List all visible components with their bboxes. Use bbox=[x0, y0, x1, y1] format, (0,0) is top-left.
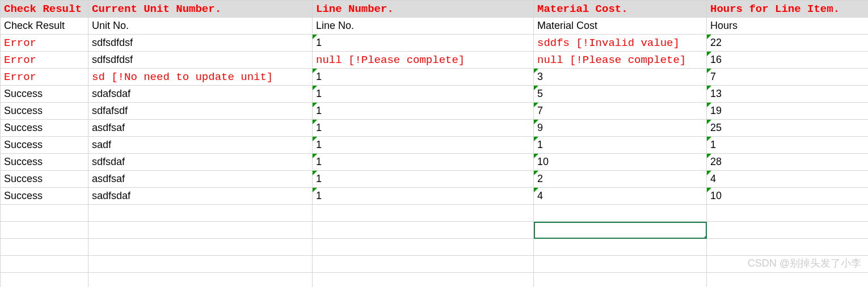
subheader-material-cost[interactable]: Material Cost bbox=[534, 18, 707, 35]
cell-empty[interactable] bbox=[1, 239, 89, 256]
cell-empty[interactable] bbox=[313, 222, 534, 239]
cell-empty[interactable] bbox=[313, 239, 534, 256]
cell-line-no[interactable]: 1 bbox=[313, 69, 534, 86]
cell-empty[interactable] bbox=[707, 205, 869, 222]
subheader-unit-no[interactable]: Unit No. bbox=[89, 18, 313, 35]
cell-hours[interactable]: 13 bbox=[707, 86, 869, 103]
cell-line-no[interactable]: 1 bbox=[313, 154, 534, 171]
cell-empty[interactable] bbox=[534, 239, 707, 256]
spreadsheet-grid[interactable]: Check ResultCurrent Unit Number.Line Num… bbox=[0, 0, 868, 287]
cell-empty[interactable] bbox=[534, 205, 707, 222]
cell-hours[interactable]: 19 bbox=[707, 103, 869, 120]
cell-material-cost[interactable]: sddfs [!Invalid value] bbox=[534, 35, 707, 52]
cell-empty[interactable] bbox=[313, 273, 534, 288]
header-line-number[interactable]: Line Number. bbox=[313, 1, 534, 18]
cell-line-no[interactable]: 1 bbox=[313, 35, 534, 52]
table-row: Successasdfsaf1925 bbox=[1, 120, 869, 137]
cell-empty[interactable] bbox=[89, 239, 313, 256]
cell-material-cost[interactable]: 7 bbox=[534, 103, 707, 120]
cell-unit-no[interactable]: asdfsaf bbox=[89, 120, 313, 137]
cell-unit-no[interactable]: sadf bbox=[89, 137, 313, 154]
cell-status[interactable]: Success bbox=[1, 86, 89, 103]
cell-hours[interactable]: 16 bbox=[707, 52, 869, 69]
cell-empty[interactable] bbox=[1, 273, 89, 288]
cell-status[interactable]: Success bbox=[1, 120, 89, 137]
cell-empty[interactable] bbox=[89, 256, 313, 273]
table-row: Successsdafsdaf1513 bbox=[1, 86, 869, 103]
table-row-empty bbox=[1, 256, 869, 273]
cell-status[interactable]: Error bbox=[1, 52, 89, 69]
cell-empty[interactable] bbox=[1, 256, 89, 273]
cell-line-no[interactable]: 1 bbox=[313, 103, 534, 120]
table-row: Successsdfsdaf11028 bbox=[1, 154, 869, 171]
table-row: Errorsdfsdfdsfnull [!Please complete]nul… bbox=[1, 52, 869, 69]
cell-line-no[interactable]: 1 bbox=[313, 137, 534, 154]
cell-line-no[interactable]: 1 bbox=[313, 171, 534, 188]
cell-empty[interactable] bbox=[1, 222, 89, 239]
cell-empty[interactable] bbox=[707, 256, 869, 273]
cell-empty[interactable] bbox=[313, 256, 534, 273]
table-row-empty bbox=[1, 205, 869, 222]
cell-status[interactable]: Error bbox=[1, 69, 89, 86]
cell-empty[interactable] bbox=[89, 205, 313, 222]
table-row: Errorsd [!No need to update unit]137 bbox=[1, 69, 869, 86]
cell-material-cost[interactable]: 4 bbox=[534, 188, 707, 205]
column-name-row: Check ResultUnit No.Line No.Material Cos… bbox=[1, 18, 869, 35]
cell-unit-no[interactable]: sdfafsdf bbox=[89, 103, 313, 120]
cell-line-no[interactable]: null [!Please complete] bbox=[313, 52, 534, 69]
cell-line-no[interactable]: 1 bbox=[313, 188, 534, 205]
cell-empty[interactable] bbox=[707, 273, 869, 288]
cell-empty[interactable] bbox=[89, 273, 313, 288]
cell-empty[interactable] bbox=[313, 205, 534, 222]
table-row-empty bbox=[1, 222, 869, 239]
table-row: Successsadfsdaf1410 bbox=[1, 188, 869, 205]
table-row: Successsadf111 bbox=[1, 137, 869, 154]
cell-hours[interactable]: 4 bbox=[707, 171, 869, 188]
cell-material-cost[interactable]: 2 bbox=[534, 171, 707, 188]
cell-line-no[interactable]: 1 bbox=[313, 86, 534, 103]
header-material-cost[interactable]: Material Cost. bbox=[534, 1, 707, 18]
cell-unit-no[interactable]: sdfsdaf bbox=[89, 154, 313, 171]
cell-material-cost[interactable]: 3 bbox=[534, 69, 707, 86]
cell-status[interactable]: Success bbox=[1, 171, 89, 188]
table-row: Successasdfsaf124 bbox=[1, 171, 869, 188]
cell-hours[interactable]: 1 bbox=[707, 137, 869, 154]
subheader-line-no[interactable]: Line No. bbox=[313, 18, 534, 35]
cell-empty[interactable] bbox=[534, 222, 707, 239]
cell-empty[interactable] bbox=[707, 239, 869, 256]
cell-empty[interactable] bbox=[707, 222, 869, 239]
cell-hours[interactable]: 25 bbox=[707, 120, 869, 137]
cell-status[interactable]: Success bbox=[1, 154, 89, 171]
cell-empty[interactable] bbox=[534, 273, 707, 288]
cell-unit-no[interactable]: asdfsaf bbox=[89, 171, 313, 188]
cell-status[interactable]: Error bbox=[1, 35, 89, 52]
header-unit-number[interactable]: Current Unit Number. bbox=[89, 1, 313, 18]
cell-unit-no[interactable]: sdfsdfdsf bbox=[89, 52, 313, 69]
cell-empty[interactable] bbox=[534, 256, 707, 273]
table-row: Errorsdfsdfdsf1sddfs [!Invalid value]22 bbox=[1, 35, 869, 52]
header-hours[interactable]: Hours for Line Item. bbox=[707, 1, 869, 18]
table-row-empty bbox=[1, 273, 869, 288]
cell-hours[interactable]: 28 bbox=[707, 154, 869, 171]
cell-material-cost[interactable]: 10 bbox=[534, 154, 707, 171]
cell-status[interactable]: Success bbox=[1, 103, 89, 120]
cell-material-cost[interactable]: null [!Please complete] bbox=[534, 52, 707, 69]
subheader-hours[interactable]: Hours bbox=[707, 18, 869, 35]
cell-material-cost[interactable]: 5 bbox=[534, 86, 707, 103]
cell-hours[interactable]: 7 bbox=[707, 69, 869, 86]
cell-hours[interactable]: 10 bbox=[707, 188, 869, 205]
subheader-check-result[interactable]: Check Result bbox=[1, 18, 89, 35]
cell-status[interactable]: Success bbox=[1, 137, 89, 154]
header-check-result[interactable]: Check Result bbox=[1, 1, 89, 18]
cell-unit-no[interactable]: sd [!No need to update unit] bbox=[89, 69, 313, 86]
cell-hours[interactable]: 22 bbox=[707, 35, 869, 52]
cell-unit-no[interactable]: sadfsdaf bbox=[89, 188, 313, 205]
cell-unit-no[interactable]: sdafsdaf bbox=[89, 86, 313, 103]
cell-unit-no[interactable]: sdfsdfdsf bbox=[89, 35, 313, 52]
cell-line-no[interactable]: 1 bbox=[313, 120, 534, 137]
cell-material-cost[interactable]: 1 bbox=[534, 137, 707, 154]
cell-material-cost[interactable]: 9 bbox=[534, 120, 707, 137]
cell-empty[interactable] bbox=[1, 205, 89, 222]
cell-empty[interactable] bbox=[89, 222, 313, 239]
cell-status[interactable]: Success bbox=[1, 188, 89, 205]
